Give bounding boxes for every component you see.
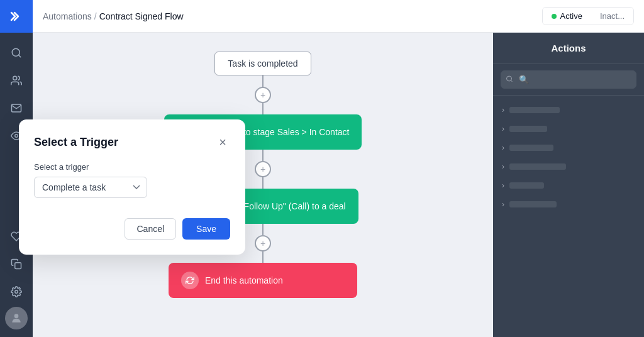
- sidebar-item-settings[interactable]: [4, 279, 29, 304]
- flow-line-3: [262, 224, 264, 235]
- svg-line-1: [18, 55, 20, 57]
- modal-footer: Cancel Save: [34, 218, 230, 240]
- save-button[interactable]: Save: [182, 218, 230, 240]
- topbar: Automations / Contract Signed Flow Activ…: [0, 0, 644, 33]
- connector-3: +: [255, 224, 271, 263]
- breadcrumb-separator: /: [94, 11, 97, 21]
- modal-header: Select a Trigger ×: [34, 135, 230, 150]
- panel-item-bar-2: [509, 126, 547, 132]
- panel-item-6[interactable]: ›: [493, 195, 644, 214]
- app-logo[interactable]: [0, 0, 33, 33]
- flow-line-3b: [262, 251, 264, 263]
- action-node-end[interactable]: End this automation: [169, 263, 357, 298]
- svg-point-6: [14, 314, 19, 318]
- breadcrumb-automations[interactable]: Automations: [43, 11, 92, 21]
- trigger-select-label: Select a trigger: [34, 162, 230, 172]
- actions-search-container: [493, 64, 644, 96]
- status-inactive-button[interactable]: Inact...: [591, 8, 633, 25]
- breadcrumb: Automations / Contract Signed Flow: [33, 11, 542, 21]
- status-active-button[interactable]: Active: [543, 8, 591, 25]
- chevron-right-icon-5: ›: [502, 181, 504, 190]
- panel-item-1[interactable]: ›: [493, 101, 644, 119]
- add-step-2[interactable]: +: [255, 161, 271, 177]
- trigger-select-dropdown[interactable]: Complete a task Deal created Contact upd…: [34, 177, 147, 198]
- action-end-label: End this automation: [205, 275, 283, 285]
- flow-line-1: [262, 75, 264, 87]
- chevron-right-icon-3: ›: [502, 143, 504, 152]
- panel-item-5[interactable]: ›: [493, 176, 644, 195]
- panel-item-bar-6: [509, 201, 557, 207]
- inactive-label: Inact...: [600, 11, 625, 21]
- trigger-node[interactable]: Task is completed: [214, 52, 311, 75]
- add-step-1[interactable]: +: [255, 87, 271, 103]
- panel-item-3[interactable]: ›: [493, 138, 644, 157]
- svg-line-8: [511, 80, 512, 81]
- active-dot: [552, 14, 557, 19]
- modal-title: Select a Trigger: [34, 136, 118, 149]
- modal-close-button[interactable]: ×: [215, 135, 230, 150]
- actions-search-input[interactable]: [501, 70, 636, 89]
- flow-line-2b: [262, 177, 264, 189]
- flow-line-2: [262, 150, 264, 161]
- sidebar-item-mail[interactable]: [4, 96, 29, 121]
- svg-point-5: [15, 290, 18, 294]
- add-step-3[interactable]: +: [255, 235, 271, 251]
- select-trigger-modal: Select a Trigger × Select a trigger Comp…: [19, 119, 245, 255]
- active-label: Active: [560, 11, 582, 21]
- status-toggle: Active Inact...: [542, 7, 634, 25]
- chevron-right-icon-6: ›: [502, 200, 504, 209]
- cancel-button[interactable]: Cancel: [125, 218, 176, 240]
- chevron-right-icon-4: ›: [502, 162, 504, 171]
- actions-panel: Actions › › › › › ›: [493, 33, 644, 337]
- svg-point-3: [15, 135, 18, 138]
- avatar[interactable]: [5, 307, 28, 329]
- panel-item-bar-5: [509, 182, 544, 189]
- chevron-right-icon-1: ›: [502, 106, 504, 114]
- sidebar-item-users[interactable]: [4, 68, 29, 93]
- connector-2: +: [255, 150, 271, 189]
- actions-list: › › › › › ›: [493, 96, 644, 337]
- chevron-right-icon-2: ›: [502, 124, 504, 133]
- svg-rect-4: [15, 263, 21, 269]
- svg-point-7: [507, 76, 512, 81]
- panel-item-bar-4: [509, 163, 566, 170]
- flow-line-1b: [262, 103, 264, 114]
- sidebar-item-search[interactable]: [4, 40, 29, 65]
- connector-1: +: [255, 75, 271, 114]
- search-icon: [506, 75, 513, 84]
- panel-item-bar-1: [509, 107, 560, 113]
- sidebar-item-copy[interactable]: [4, 251, 29, 277]
- panel-item-4[interactable]: ›: [493, 157, 644, 176]
- actions-panel-title: Actions: [493, 33, 644, 64]
- breadcrumb-current-page: Contract Signed Flow: [99, 11, 184, 21]
- action-end-icon: [181, 272, 199, 289]
- svg-point-2: [13, 76, 17, 80]
- panel-item-2[interactable]: ›: [493, 119, 644, 138]
- panel-item-bar-3: [509, 145, 553, 151]
